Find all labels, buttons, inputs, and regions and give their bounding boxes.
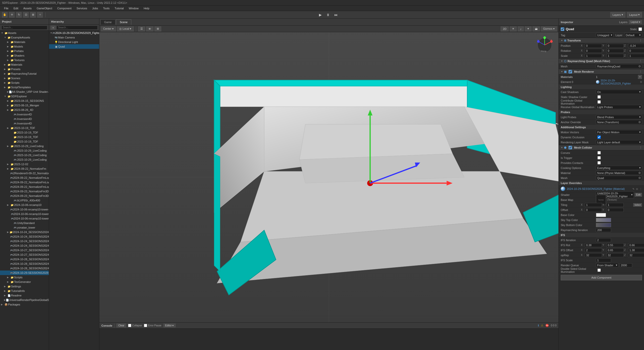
project-item[interactable]: 🎮 2024-10-27_SESSIONS2024_Guardian bbox=[0, 248, 49, 252]
scene-grid-btn[interactable]: ⊞ bbox=[154, 26, 161, 31]
dynamic-occlusion-check[interactable] bbox=[597, 136, 601, 139]
project-item[interactable]: 🎮 2024-10-28_SESSIONS2024_Enemy bbox=[0, 257, 49, 261]
project-item[interactable]: 🎮 2024-10-24_SESSIONS2024 bbox=[0, 239, 49, 243]
scene-gizmos-btn[interactable]: Gizmos ▾ bbox=[541, 26, 557, 31]
transform-tool-rect[interactable]: ⊞ bbox=[30, 12, 36, 18]
ifs-rot-y[interactable] bbox=[607, 243, 624, 247]
mesh-dropdown[interactable]: RaymarchingQuad ⊙ bbox=[596, 64, 642, 68]
menu-edit[interactable]: Edit bbox=[12, 6, 20, 10]
anchor-override-dropdown[interactable]: None (Transform)⊙ bbox=[596, 120, 642, 124]
project-item[interactable]: ▶ 📁 2023-06-15_Menger bbox=[0, 103, 49, 108]
offset-y[interactable] bbox=[607, 208, 624, 212]
menu-file[interactable]: File bbox=[2, 6, 11, 10]
project-item[interactable]: 🎮 2024-10-27_SESSIONS2024_Guardian bbox=[0, 252, 49, 257]
project-item[interactable]: 🎮 2023-10-29_LiveCoding bbox=[0, 157, 49, 162]
layer-override-edit-icon[interactable]: ✎ bbox=[632, 188, 634, 190]
project-item[interactable]: ▶ 📁 2024-09-22_NormalizeFm bbox=[0, 166, 49, 171]
project-item[interactable]: 🎮 2024-10-06-nrcamp10-tower bbox=[0, 216, 49, 221]
cooking-options-dropdown[interactable]: Everything▾ bbox=[596, 166, 642, 170]
project-item[interactable]: ▼ 📁 Assets bbox=[0, 31, 49, 35]
sky-bottom-color-swatch[interactable] bbox=[596, 223, 611, 227]
project-item[interactable]: 📁 2023-10-19_TDF bbox=[0, 135, 49, 139]
scene-gizmo[interactable]: X Y Z Persp bbox=[536, 36, 553, 54]
scene-scene-btn[interactable]: 🏔 bbox=[533, 26, 540, 31]
console-editor-dropdown[interactable]: Editor ▾ bbox=[164, 324, 176, 327]
project-item[interactable]: 🎮 2024-09-22_NormalizeFmLogo bbox=[0, 185, 49, 189]
tiling-x[interactable] bbox=[585, 203, 602, 207]
local-dropdown[interactable]: ◎ Local ▾ bbox=[117, 26, 134, 31]
mesh-collider-menu-icon[interactable]: ⋮ bbox=[639, 146, 642, 149]
menu-jobs[interactable]: Jobs bbox=[90, 6, 100, 10]
provides-contacts-check[interactable] bbox=[597, 161, 601, 164]
double-sided-gi-check[interactable] bbox=[597, 269, 601, 272]
menu-gameobject[interactable]: GameObject bbox=[35, 6, 54, 10]
transform-section[interactable]: ▼ ⊞ Transform ⋮ bbox=[559, 38, 644, 43]
project-item[interactable]: ▶ 📁 2024-10-06-nrcamp10 bbox=[0, 203, 49, 207]
project-item[interactable]: ▶ 📁 TexGenerator bbox=[0, 280, 49, 284]
render-queue-source-dropdown[interactable]: From Shader▾ bbox=[596, 263, 619, 267]
project-item[interactable]: ▶ 📁 ScriptTemplates bbox=[0, 85, 49, 90]
project-item[interactable]: ▶ 📄 Readme bbox=[0, 293, 49, 298]
oprep-z[interactable] bbox=[628, 253, 644, 257]
convex-check[interactable] bbox=[597, 151, 601, 154]
transform-tool-hand[interactable]: ✋ bbox=[2, 12, 8, 18]
ifs-offset-z[interactable] bbox=[628, 248, 644, 252]
step-button[interactable]: ⏭ bbox=[333, 12, 339, 17]
project-item[interactable]: ▼ 📁 ExampleAssets bbox=[0, 35, 49, 40]
project-item[interactable]: ▶ 📁 TutorialInfo bbox=[0, 289, 49, 293]
scene-audio-btn[interactable]: ♪ bbox=[518, 26, 524, 31]
project-item[interactable]: 🎮 yonatan_tower bbox=[0, 225, 49, 230]
project-item[interactable]: 🎮 Inversion4D bbox=[0, 112, 49, 117]
project-item[interactable]: ▶ 📁 Materials bbox=[0, 40, 49, 44]
project-item[interactable]: 🎮 2024-10-06-nrcamp10-tower bbox=[0, 212, 49, 216]
hierarchy-item-camera[interactable]: 📷 Main Camera bbox=[49, 35, 99, 40]
play-button[interactable]: ▶ bbox=[317, 12, 323, 17]
pos-z[interactable] bbox=[628, 44, 644, 48]
receive-gi-dropdown[interactable]: Light Probes▾ bbox=[596, 105, 642, 109]
light-probes-dropdown[interactable]: Blend Probes▾ bbox=[596, 115, 642, 119]
project-item[interactable]: ▶ 📁 Textures bbox=[0, 58, 49, 62]
hierarchy-add-btn[interactable]: + bbox=[51, 26, 56, 30]
project-item[interactable]: 🎮 Inversion4D bbox=[0, 117, 49, 121]
menu-component[interactable]: Component bbox=[55, 6, 73, 10]
project-item[interactable]: ▶ 📄 A4-Shader_URP Unit Shader-NewURPUnli… bbox=[0, 90, 49, 94]
is-trigger-check[interactable] bbox=[597, 156, 601, 159]
project-item[interactable]: ▶ 📁 2023-10-29_LiveCoding bbox=[0, 144, 49, 148]
project-item[interactable]: 🎮 2024-10-06-nrcamp10-tower-mandel bbox=[0, 207, 49, 212]
tab-scene[interactable]: Scene bbox=[116, 19, 131, 25]
sky-top-color-swatch[interactable] bbox=[596, 218, 611, 222]
scene-vis-btn[interactable]: 👁 bbox=[146, 26, 153, 31]
scene-lighting-btn[interactable]: ☀ bbox=[510, 26, 517, 31]
cast-shadows-dropdown[interactable]: On▾ bbox=[596, 90, 642, 94]
contribute-gi-check[interactable] bbox=[597, 100, 601, 104]
mesh-filter-section[interactable]: ▼ ⬡ Raymarching Quad (Mesh Filter) ⋮ bbox=[559, 58, 644, 64]
project-item[interactable]: ▶ 📁 Materials bbox=[0, 62, 49, 67]
menu-help[interactable]: Help bbox=[142, 6, 151, 10]
material-pick-icon[interactable]: ⊙ bbox=[640, 80, 642, 83]
rot-x[interactable] bbox=[585, 49, 602, 53]
scene-fx-btn[interactable]: ✦ bbox=[525, 26, 532, 31]
project-item[interactable]: 🎮 2024-09-22_NormalizeFmLogo bbox=[0, 180, 49, 185]
rot-y[interactable] bbox=[607, 49, 624, 53]
rot-z[interactable] bbox=[628, 49, 644, 53]
tab-game[interactable]: Game bbox=[100, 19, 115, 25]
project-item[interactable]: ▶ 📁 Settings bbox=[0, 284, 49, 289]
project-item[interactable]: ▶ 📁 2023-08-26_4D bbox=[0, 108, 49, 112]
motion-vectors-dropdown[interactable]: Per Object Motion▾ bbox=[596, 130, 642, 134]
project-item[interactable]: 🎮 2024-10-24_SESSIONS2024 bbox=[0, 234, 49, 239]
project-item[interactable]: ▶ 📁 2023-10-19_TDF bbox=[0, 126, 49, 130]
render-queue-val[interactable] bbox=[620, 263, 632, 267]
project-item[interactable]: 🎮 2024-10-24_SESSIONS2024 bbox=[0, 243, 49, 248]
project-item[interactable]: ▶ 📁 Shaders bbox=[0, 53, 49, 58]
collider-mesh-dropdown[interactable]: Quad⊙ bbox=[596, 176, 642, 180]
transform-tool-all[interactable]: ✧ bbox=[37, 12, 43, 18]
project-item[interactable]: ▶ 📁 Prefabs bbox=[0, 49, 49, 53]
collider-material-dropdown[interactable]: None (Physic Material)⊙ bbox=[596, 171, 642, 175]
menu-services[interactable]: Services bbox=[74, 6, 89, 10]
project-item[interactable]: ▶ 📁 2023-04-15_SESSIONS bbox=[0, 99, 49, 103]
menu-assets[interactable]: Assets bbox=[21, 6, 34, 10]
project-search[interactable] bbox=[2, 26, 47, 30]
transform-tool-rotate[interactable]: ↻ bbox=[16, 12, 22, 18]
mesh-renderer-section[interactable]: ▼ ▦ Mesh Renderer ⋮ bbox=[559, 69, 644, 74]
project-item[interactable]: 📁 2023-10-19_TDF bbox=[0, 139, 49, 144]
